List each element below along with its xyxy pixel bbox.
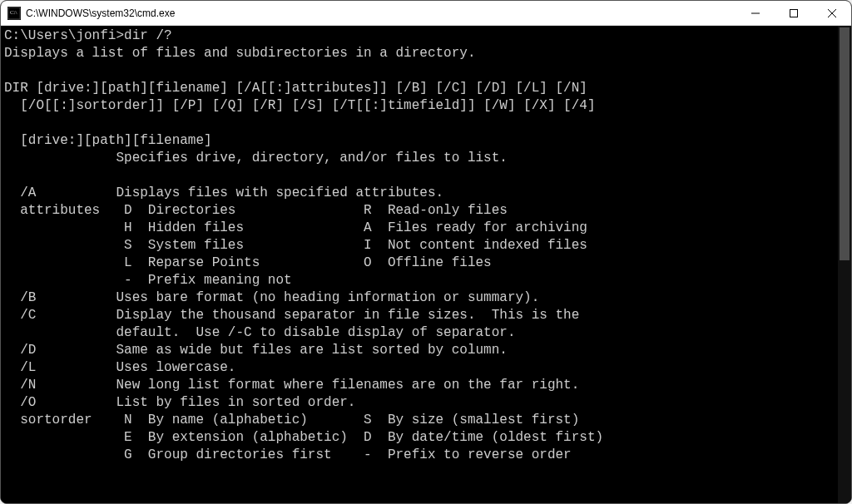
terminal-area: C:\Users\jonfi>dir /? Displays a list of… [1,26,851,503]
minimize-button[interactable] [736,1,775,25]
svg-text:C:\: C:\ [10,9,17,16]
terminal-output[interactable]: C:\Users\jonfi>dir /? Displays a list of… [1,26,838,503]
cmd-window: C:\ C:\WINDOWS\system32\cmd.exe C:\Users… [0,0,852,504]
scrollbar-thumb[interactable] [840,27,850,260]
close-button[interactable] [813,1,851,25]
scrollbar[interactable] [838,26,851,503]
maximize-button[interactable] [775,1,813,25]
cmd-icon: C:\ [7,7,21,20]
window-controls [736,1,851,25]
titlebar[interactable]: C:\ C:\WINDOWS\system32\cmd.exe [1,1,851,26]
window-title: C:\WINDOWS\system32\cmd.exe [26,7,736,19]
svg-rect-4 [790,9,798,17]
